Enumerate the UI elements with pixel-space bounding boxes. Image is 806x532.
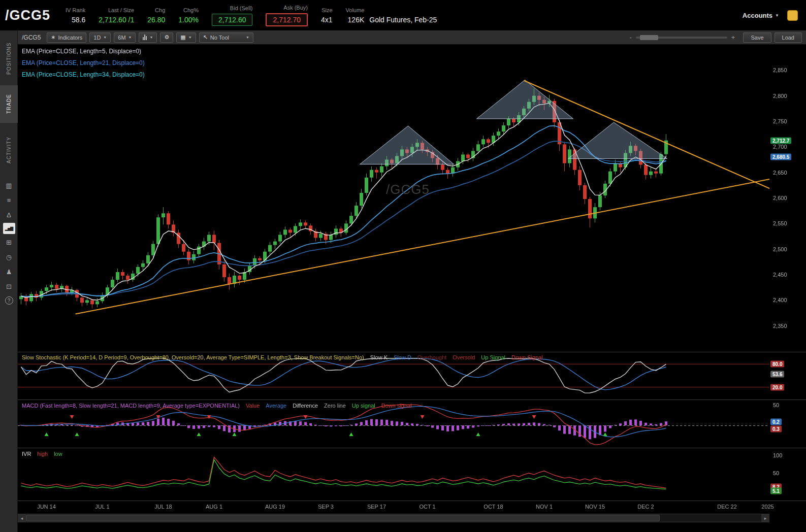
zoom-in-button[interactable]: + (731, 34, 735, 41)
chg-value: 26.80 (147, 16, 165, 24)
stoch-study-label[interactable]: Slow Stochastic (K Period=14, D Period=9… (22, 354, 364, 360)
history-icon[interactable]: ◷ (0, 250, 18, 263)
settings-button[interactable]: ⚙ (160, 32, 173, 43)
symbol-title: /GCG5 (5, 8, 50, 23)
chevron-down-icon: ▼ (149, 36, 153, 39)
macd-study-label[interactable]: Down signal (381, 403, 412, 409)
time-axis-label: AUG 19 (265, 504, 285, 510)
chevron-down-icon: ▼ (775, 13, 779, 18)
chart-scrollbar[interactable]: ◂ ▸ (18, 514, 769, 522)
help-icon[interactable]: ? (5, 296, 13, 305)
scrollbar-thumb[interactable] (26, 515, 660, 521)
ivr-study-label[interactable]: IVR (22, 451, 31, 457)
accounts-menu[interactable]: Accounts ▼ (743, 12, 779, 19)
stoch-study-label[interactable]: Slow D (394, 354, 411, 360)
ivr-study-label[interactable]: low (54, 451, 62, 457)
macd-study-label[interactable]: MACD (Fast length=8, Slow length=21, MAC… (22, 403, 240, 409)
quote-header: /GCG5 IV Rank 58.6 Last / Size 2,712.60 … (0, 0, 806, 30)
range-dropdown[interactable]: 6M ▼ (114, 32, 136, 43)
size-field: Size 4x1 (321, 7, 333, 24)
time-axis-label: JUL 1 (95, 504, 109, 510)
users-icon[interactable]: ♟ (0, 265, 18, 278)
macd-study-label[interactable]: Up signal (352, 403, 375, 409)
beaker-icon[interactable]: ∆ (0, 208, 18, 221)
macd-study-label[interactable]: Difference (293, 403, 318, 409)
price-axis-label: 2,450 (773, 272, 787, 278)
ema-study-label[interactable]: EMA (Price=CLOSE, Length=5, Displace=0) (22, 48, 145, 55)
stoch-study-label[interactable]: Slow K (370, 354, 388, 360)
macd-axis-label: 50 (773, 402, 779, 408)
macd-study-label[interactable]: Zero line (324, 403, 346, 409)
sidebar-tab-trade[interactable]: TRADE (0, 85, 18, 123)
support-chat-icon[interactable] (787, 10, 798, 21)
volume-label: Volume (346, 7, 365, 13)
stoch-study-label[interactable]: Overbought (417, 354, 446, 360)
macd-study-labels: MACD (Fast length=8, Slow length=21, MAC… (22, 403, 412, 409)
price-bubble: 2,712.7 (770, 137, 791, 144)
timeframe-value: 1D (93, 35, 101, 41)
monitor-icon[interactable]: ▥ (0, 179, 18, 192)
toolbar-symbol: /GCG5 (22, 34, 41, 41)
price-chart-canvas[interactable] (18, 45, 806, 532)
grid-layout-dropdown[interactable]: ▦ ▼ (176, 32, 196, 43)
bid-field: Bid (Sell) 2,712.60 (212, 5, 253, 26)
chart-icon[interactable]: ▂▅▇ (3, 223, 15, 234)
iv-rank-label: IV Rank (66, 7, 85, 13)
last-size-label: Last / Size (108, 7, 134, 13)
sidebar-tab-positions[interactable]: POSITIONS (0, 37, 18, 80)
ema-study-label[interactable]: EMA (Price=CLOSE, Length=34, Displace=0) (22, 71, 145, 78)
chart-type-icon (143, 35, 147, 40)
drawing-tool-value: No Tool (210, 35, 229, 41)
zoom-slider-thumb[interactable] (640, 35, 658, 40)
price-axis-label: 2,550 (773, 220, 787, 226)
scroll-right-button[interactable]: ▸ (761, 514, 769, 522)
timeframe-dropdown[interactable]: 1D ▼ (89, 32, 111, 43)
macd-study-label[interactable]: Average (266, 403, 286, 409)
zoom-slider[interactable] (636, 37, 727, 39)
sidebar-tab-activity[interactable]: ACTIVITY (0, 128, 18, 172)
ema-study-label[interactable]: EMA (Price=CLOSE, Length=21, Displace=0) (22, 59, 145, 66)
cursor-icon: ↖ (203, 34, 208, 41)
ivr-study-labels: IVRhighlow (22, 451, 62, 457)
time-axis-label: 2025 (761, 504, 773, 510)
chevron-down-icon: ▼ (128, 36, 132, 39)
ask-field: Ask (Buy) 2,712.70 (266, 5, 308, 26)
left-sidebar: POSITIONS TRADE ACTIVITY ▥≡∆▂▅▇⊞◷♟⊡? (0, 30, 18, 532)
time-axis-label: NOV 1 (536, 504, 553, 510)
time-axis-label: DEC 22 (717, 504, 737, 510)
stoch-study-label[interactable]: Down Signal (511, 354, 543, 360)
ivr-axis-label: 100 (773, 452, 782, 458)
chg-pct-field: Chg% 1.00% (178, 7, 199, 24)
load-button[interactable]: Load (775, 32, 802, 43)
drawing-tool-dropdown[interactable]: ↖ No Tool ▼ (199, 32, 253, 43)
bid-button[interactable]: 2,712.60 (212, 14, 253, 26)
indicators-button[interactable]: ∗ Indicators (47, 32, 86, 43)
zoom-control: - + (630, 34, 735, 41)
scroll-left-button[interactable]: ◂ (18, 514, 26, 522)
instrument-description: Gold Futures, Feb-25 (369, 16, 437, 24)
package-icon[interactable]: ⊡ (0, 280, 18, 293)
indicators-icon: ∗ (51, 34, 55, 41)
stoch-axis-bubble: 20.0 (770, 384, 784, 390)
zoom-out-button[interactable]: - (630, 34, 632, 41)
volume-value: 126K (348, 16, 365, 24)
stoch-axis-bubble: 80.0 (770, 361, 784, 368)
ivr-study-label[interactable]: high (37, 451, 48, 457)
save-button[interactable]: Save (743, 32, 771, 43)
macd-study-label[interactable]: Value (246, 403, 260, 409)
indicators-button-label: Indicators (58, 35, 83, 41)
chart-watermark: /GCG5 (386, 182, 430, 197)
chart-area: EMA (Price=CLOSE, Length=5, Displace=0)E… (18, 45, 806, 532)
ask-button[interactable]: 2,712.70 (266, 13, 308, 26)
chart-type-dropdown[interactable]: ▼ (139, 32, 157, 43)
stoch-study-label[interactable]: Up Signal (481, 354, 505, 360)
stoch-study-label[interactable]: Oversold (453, 354, 475, 360)
time-axis-label: JUL 18 (154, 504, 172, 510)
time-axis-label: OCT 18 (483, 504, 503, 510)
accounts-label: Accounts (743, 12, 772, 19)
price-axis-label: 2,800 (773, 93, 787, 99)
time-axis-label: SEP 3 (318, 504, 334, 510)
price-study-labels: EMA (Price=CLOSE, Length=5, Displace=0)E… (22, 48, 145, 78)
list-icon[interactable]: ≡ (0, 193, 18, 207)
dashboard-icon[interactable]: ⊞ (0, 236, 18, 249)
